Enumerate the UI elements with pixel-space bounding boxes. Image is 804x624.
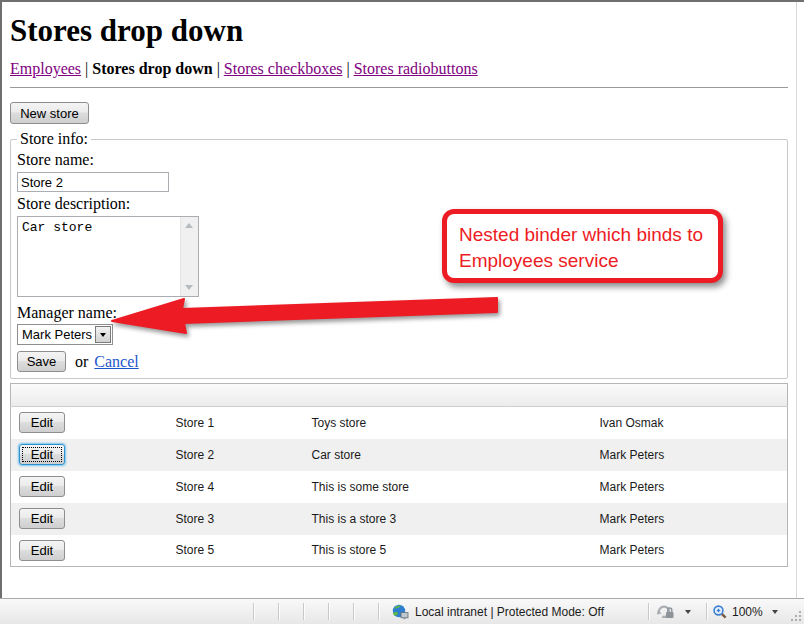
nav-separator: |	[85, 60, 88, 77]
table-header-row	[11, 384, 788, 407]
store-description-cell: This is store 5	[304, 535, 592, 567]
nav-link-employees[interactable]: Employees	[10, 60, 81, 77]
table-row: Edit Store 4 This is some store Mark Pet…	[11, 471, 788, 503]
save-row: Save or Cancel	[17, 351, 779, 372]
or-text: or	[75, 353, 88, 371]
security-shield-icon	[656, 604, 676, 619]
new-store-button[interactable]: New store	[10, 102, 89, 124]
statusbar-separator	[648, 603, 649, 620]
select-selected-value: Mark Peters	[18, 327, 94, 342]
store-name-cell: Store 5	[168, 535, 304, 567]
divider	[10, 87, 788, 88]
statusbar-separator	[303, 603, 304, 620]
store-manager-cell: Mark Peters	[592, 503, 788, 535]
table-row: Edit Store 5 This is store 5 Mark Peters	[11, 535, 788, 567]
annotation-text: Nested binder which binds to Employees s…	[459, 224, 703, 271]
store-description-cell: This is a store 3	[304, 503, 592, 535]
resize-grip[interactable]	[791, 611, 802, 622]
browser-window: Stores drop down Employees|Stores drop d…	[0, 0, 804, 624]
store-name-cell: Store 2	[168, 439, 304, 471]
table-row: Edit Store 1 Toys store Ivan Osmak	[11, 407, 788, 439]
store-name-cell: Store 1	[168, 407, 304, 439]
store-manager-cell: Mark Peters	[592, 535, 788, 567]
zoom-level-text: 100%	[732, 605, 763, 619]
statusbar-separator	[278, 603, 279, 620]
store-name-cell: Store 4	[168, 471, 304, 503]
edit-button[interactable]: Edit	[19, 540, 65, 561]
annotation-callout: Nested binder which binds to Employees s…	[442, 209, 723, 283]
security-zone-indicator[interactable]: Local intranet | Protected Mode: Off	[392, 599, 604, 624]
magnifier-zoom-icon	[712, 604, 728, 620]
chevron-down-icon	[685, 610, 691, 614]
nav-separator: |	[217, 60, 220, 77]
save-button[interactable]: Save	[17, 351, 66, 372]
store-info-legend: Store info:	[17, 130, 91, 148]
edit-button[interactable]: Edit	[19, 444, 65, 465]
breadcrumb-nav: Employees|Stores drop down|Stores checkb…	[10, 60, 788, 78]
nav-link-stores-checkboxes[interactable]: Stores checkboxes	[224, 60, 343, 77]
store-manager-cell: Mark Peters	[592, 439, 788, 471]
store-name-input[interactable]	[17, 172, 169, 192]
store-description-cell: Car store	[304, 439, 592, 471]
table-row: Edit Store 3 This is a store 3 Mark Pete…	[11, 503, 788, 535]
scroll-up-icon[interactable]	[181, 217, 197, 234]
store-name-label: Store name:	[17, 150, 779, 169]
zone-status-text: Local intranet | Protected Mode: Off	[415, 605, 604, 619]
table-row: Edit Store 2 Car store Mark Peters	[11, 439, 788, 471]
store-description-cell: This is some store	[304, 471, 592, 503]
edit-button[interactable]: Edit	[19, 412, 65, 433]
statusbar-separator	[253, 603, 254, 620]
security-report-control[interactable]	[656, 599, 691, 624]
window-right-border	[796, 2, 797, 598]
store-description-cell: Toys store	[304, 407, 592, 439]
textarea-text: Car store	[18, 217, 198, 238]
statusbar-separator	[353, 603, 354, 620]
store-manager-cell: Ivan Osmak	[592, 407, 788, 439]
nav-current-stores-drop-down: Stores drop down	[92, 60, 212, 77]
globe-icon	[392, 604, 409, 620]
statusbar-separator	[706, 603, 707, 620]
store-name-cell: Store 3	[168, 503, 304, 535]
statusbar-separator	[378, 603, 379, 620]
page-title: Stores drop down	[10, 14, 788, 48]
zoom-control[interactable]: 100%	[712, 599, 778, 624]
status-bar: Local intranet | Protected Mode: Off 100…	[0, 598, 804, 624]
manager-name-select[interactable]: Mark Peters	[17, 324, 113, 345]
nav-separator: |	[346, 60, 349, 77]
stores-table: Edit Store 1 Toys store Ivan Osmak Edit …	[10, 383, 788, 567]
edit-button[interactable]: Edit	[19, 476, 65, 497]
annotation-arrow	[100, 285, 510, 347]
store-manager-cell: Mark Peters	[592, 471, 788, 503]
nav-link-stores-radiobuttons[interactable]: Stores radiobuttons	[354, 60, 478, 77]
chevron-down-icon	[772, 610, 778, 614]
edit-button[interactable]: Edit	[19, 508, 65, 529]
cancel-link[interactable]: Cancel	[94, 353, 138, 371]
statusbar-separator	[328, 603, 329, 620]
